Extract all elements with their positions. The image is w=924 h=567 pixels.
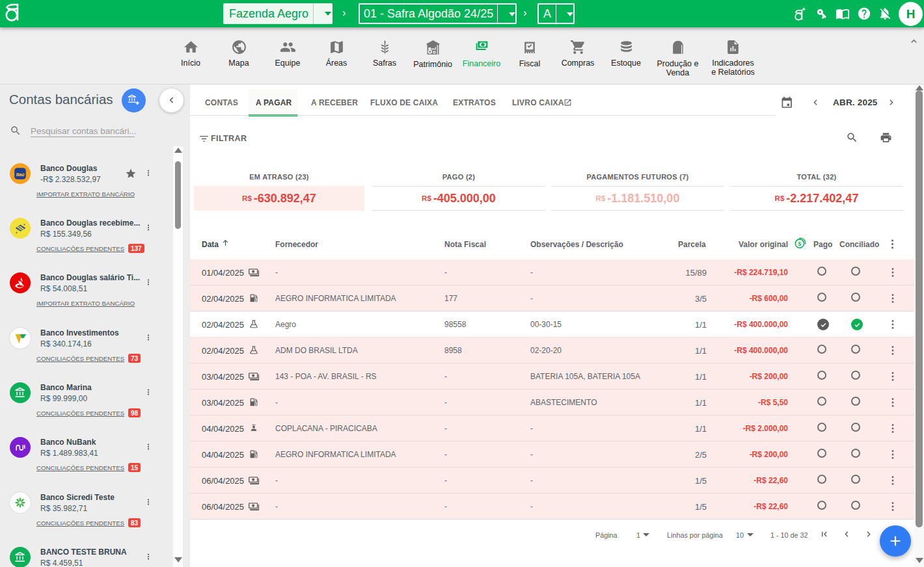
svg-text:Itaú: Itaú (16, 172, 25, 177)
svg-text:$: $ (798, 241, 802, 247)
